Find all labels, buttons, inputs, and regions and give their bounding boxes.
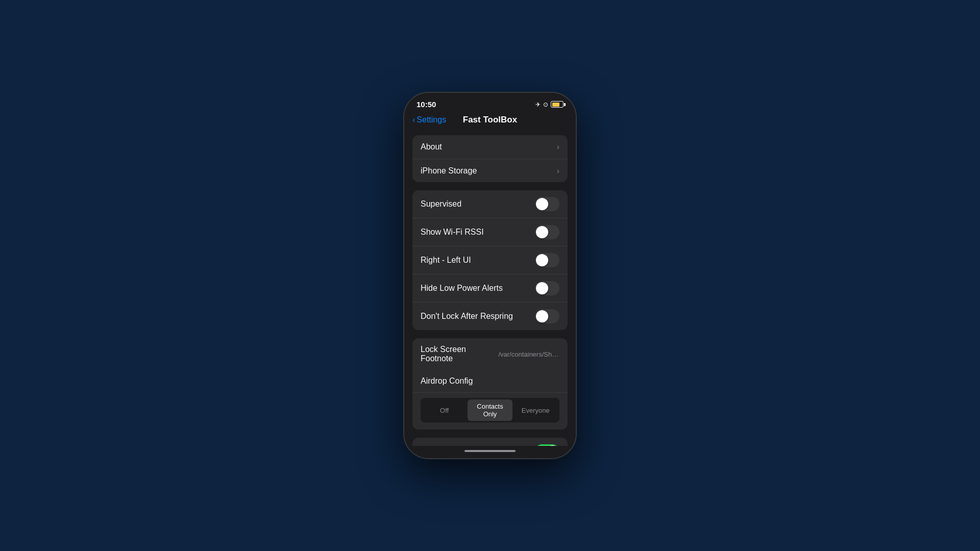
restart-springboard-toggle-knob [546,445,558,446]
hide-low-power-label: Hide Low Power Alerts [421,284,503,293]
battery-fill [552,103,559,107]
restart-springboard-toggle[interactable] [535,444,559,446]
iphone-storage-label: iPhone Storage [421,166,477,176]
dont-lock-toggle-knob [536,310,548,322]
status-time: 10:50 [416,100,436,109]
section-toggles: Supervised Show Wi-Fi RSSI Right - Left … [412,190,568,330]
iphone-storage-row[interactable]: iPhone Storage › [412,159,568,182]
supervised-toggle-knob [536,198,548,210]
hide-low-power-toggle[interactable] [535,281,559,295]
wifi-rssi-label: Show Wi-Fi RSSI [421,228,484,237]
section-restart: Restart Springboard [412,438,568,446]
airdrop-everyone-button[interactable]: Everyone [513,399,558,421]
hide-low-power-toggle-knob [536,282,548,294]
supervised-toggle[interactable] [535,197,559,211]
lock-screen-footnote-value: /var/containers/Sha... [498,350,559,358]
right-left-ui-toggle-knob [536,254,548,266]
iphone-storage-chevron: › [557,167,559,175]
lock-screen-footnote-label: Lock Screen Footnote [421,345,498,363]
about-chevron: › [557,143,559,151]
hide-low-power-row: Hide Low Power Alerts [412,274,568,302]
battery-icon [551,101,564,108]
wifi-rssi-row: Show Wi-Fi RSSI [412,218,568,246]
section-about: About › iPhone Storage › [412,135,568,182]
content-area: About › iPhone Storage › Supervised Show… [404,130,576,446]
chevron-left-icon: ‹ [412,115,415,124]
status-bar: 10:50 ✈ ⊙ [404,93,576,112]
right-left-ui-row: Right - Left UI [412,246,568,274]
right-left-ui-label: Right - Left UI [421,256,471,265]
airdrop-config-label: Airdrop Config [421,377,473,385]
about-row[interactable]: About › [412,135,568,159]
back-label: Settings [416,115,446,124]
wifi-rssi-toggle[interactable] [535,225,559,239]
section-airdrop: Lock Screen Footnote /var/containers/Sha… [412,338,568,430]
home-bar [464,450,516,452]
nav-bar: ‹ Settings Fast ToolBox [404,112,576,130]
about-label: About [421,142,442,152]
home-indicator [404,446,576,458]
supervised-row: Supervised [412,190,568,218]
supervised-label: Supervised [421,199,461,209]
dont-lock-toggle[interactable] [535,309,559,323]
status-icons: ✈ ⊙ [535,101,564,108]
lock-screen-footnote-row[interactable]: Lock Screen Footnote /var/containers/Sha… [412,338,568,370]
wifi-rssi-toggle-knob [536,226,548,238]
restart-springboard-row: Restart Springboard [412,438,568,446]
airplane-icon: ✈ [535,101,541,108]
wifi-icon: ⊙ [543,101,548,108]
airdrop-off-button[interactable]: Off [422,399,467,421]
airdrop-contacts-only-button[interactable]: Contacts Only [468,399,512,421]
airdrop-config-label-row: Airdrop Config [412,370,568,393]
dont-lock-row: Don't Lock After Respring [412,302,568,330]
page-title: Fast ToolBox [463,115,517,125]
back-button[interactable]: ‹ Settings [412,115,446,124]
phone-frame: 10:50 ✈ ⊙ ‹ Settings Fast ToolBox About … [403,92,577,459]
dont-lock-label: Don't Lock After Respring [421,312,513,321]
airdrop-segmented-control: Off Contacts Only Everyone [421,398,559,422]
right-left-ui-toggle[interactable] [535,253,559,267]
